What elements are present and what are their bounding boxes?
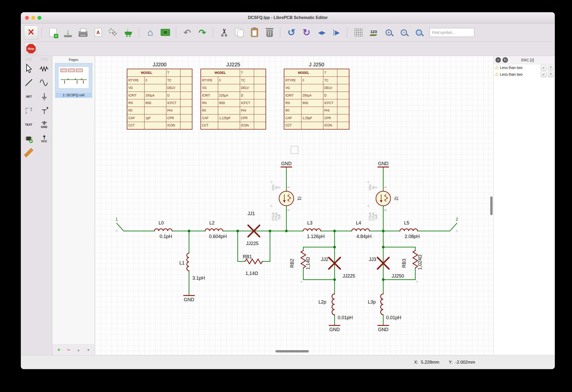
component-value-label[interactable]: 0.01pH <box>386 315 401 320</box>
component-i1[interactable]: GND I1 1 2 100n 5p 0 275µA 275µA 0µA <box>272 161 302 221</box>
add-resistor-button[interactable] <box>38 62 51 75</box>
component-value-label[interactable]: 1,024Ω <box>417 255 423 270</box>
page-item-label[interactable]: 1: DCSFQ cell <box>55 92 92 98</box>
gnd-symbol-l3p[interactable]: GND <box>378 325 389 332</box>
zoom-window-button[interactable] <box>37 16 41 20</box>
order-pcb-button[interactable]: ↓ <box>121 25 135 40</box>
component-value-label[interactable]: 1.126pH <box>307 234 325 239</box>
mirror-button[interactable]: ◀▶ <box>315 25 329 40</box>
component-name-label[interactable]: L3p <box>368 299 376 305</box>
jj-model-table[interactable]: J J250 MODEL T RTYPE0TC VGDELV ICRIT250µ… <box>284 62 349 130</box>
erc-warning-row[interactable]: ⚠ Less than two ✓ ? <box>494 64 555 71</box>
component-l3[interactable]: L3 1.126pH <box>303 220 325 239</box>
component-value-label[interactable]: 2.08pH <box>405 234 420 239</box>
component-name-label[interactable]: L0 <box>159 220 164 226</box>
gnd-symbol-l2p[interactable]: GND <box>329 325 340 332</box>
component-i2[interactable]: GND I2 1 2 100n 5p 0 175µA 175µA 0µA <box>368 161 399 221</box>
undo-button[interactable]: ↶ <box>180 25 194 40</box>
add-vcc-symbol-button[interactable]: VCC <box>38 132 51 145</box>
draw-line-tool-button[interactable] <box>22 76 35 89</box>
redo-button[interactable]: ↷ <box>195 25 209 40</box>
erc-warning-row[interactable]: ⚠ Less than two ✓ ? <box>494 71 555 78</box>
component-name-label[interactable]: L1 <box>179 260 185 266</box>
component-value-label[interactable]: JJ225 <box>246 241 259 246</box>
component-l1[interactable]: L1 3.1pH <box>179 253 205 281</box>
polygon-tool-button[interactable] <box>22 104 35 117</box>
component-rb3[interactable]: RB3 1,024Ω <box>401 250 423 270</box>
gnd-symbol-l1[interactable]: GND <box>183 295 195 302</box>
zoom-fit-button[interactable] <box>412 25 426 40</box>
horizontal-scrollbar[interactable] <box>275 350 309 352</box>
remove-page-button[interactable]: − <box>66 347 72 353</box>
component-name-label[interactable]: JJ2 <box>321 257 328 262</box>
abort-command-button[interactable]: Stop <box>25 43 37 54</box>
title-bar[interactable]: DCSFQ.lpp - LibrePCB Schematic Editor <box>21 12 555 23</box>
board-editor-button[interactable] <box>158 25 172 40</box>
component-l0[interactable]: L0 0.1pH <box>154 220 172 239</box>
component-value-label[interactable]: 3.1pH <box>192 275 205 281</box>
close-window-button[interactable] <box>25 16 29 20</box>
erc-close-button[interactable]: × <box>495 57 501 63</box>
pin-lead[interactable] <box>450 223 457 231</box>
component-name-label[interactable]: L5 <box>404 220 409 226</box>
control-panel-button[interactable]: ⌂ <box>143 25 157 40</box>
add-component-button[interactable] <box>22 132 35 145</box>
component-name-label[interactable]: L2p <box>318 299 326 305</box>
flip-button[interactable]: ▶ <box>330 25 344 40</box>
component-l2p[interactable]: L2p 0.01pH <box>318 294 353 320</box>
toolbar-grip[interactable] <box>41 58 48 60</box>
component-value-label[interactable]: 4.84pH <box>356 234 372 239</box>
component-rb1[interactable]: RB1 1,14Ω <box>243 254 262 276</box>
toolbar-grip[interactable] <box>25 58 32 60</box>
rotate-ccw-button[interactable]: ↺ <box>284 25 298 40</box>
component-name-label[interactable]: JJ3 <box>369 257 376 262</box>
erc-rerun-button[interactable]: ↻ <box>502 57 508 63</box>
net-wires[interactable] <box>117 167 457 325</box>
add-page-button[interactable]: + <box>56 347 62 353</box>
component-jj2[interactable]: JJ2 JJ225 <box>321 257 355 279</box>
pin-1[interactable]: 1 <box>116 217 118 222</box>
paste-button[interactable] <box>247 25 261 40</box>
schematic-canvas[interactable]: JJ200 MODEL T RTYPE0TC VGDELV ICRIT200µA… <box>95 56 493 355</box>
copy-button[interactable] <box>232 25 246 40</box>
close-project-button[interactable]: × <box>24 25 38 40</box>
component-value-label[interactable]: 0.604pH <box>209 234 227 239</box>
measure-tool-button[interactable] <box>22 146 35 159</box>
pin-2[interactable]: 2 <box>456 217 458 222</box>
component-name-label[interactable]: RB3 <box>401 259 407 268</box>
add-supply-pin-button[interactable] <box>38 104 51 117</box>
erc-approve-button[interactable]: ✓ <box>541 65 546 70</box>
move-page-down-button[interactable]: ▼ <box>85 347 91 353</box>
component-name-label[interactable]: L3 <box>307 220 312 226</box>
component-jj1[interactable]: JJ1 JJ225 <box>246 211 260 246</box>
find-symbol-input[interactable] <box>430 28 474 37</box>
pin-lead[interactable] <box>117 223 124 231</box>
grid-settings-button[interactable] <box>351 25 366 40</box>
text-tool-button[interactable]: TEXT <box>22 118 35 131</box>
save-button[interactable]: ↓ <box>61 25 75 40</box>
erc-help-button[interactable]: ? <box>548 72 554 77</box>
component-value-label[interactable]: JJ250 <box>392 273 404 279</box>
add-source-button[interactable] <box>38 76 51 89</box>
component-jj3[interactable]: JJ3 JJ250 <box>369 257 404 279</box>
add-gnd-symbol-button[interactable]: GND <box>38 118 51 131</box>
erc-approve-button[interactable]: ✓ <box>541 72 546 77</box>
component-l4[interactable]: L4 4.84pH <box>352 220 372 239</box>
component-value-label[interactable]: 1,14Ω <box>305 257 311 270</box>
select-tool-button[interactable] <box>22 62 35 75</box>
component-l2[interactable]: L2 0.604pH <box>205 220 227 239</box>
component-rb2[interactable]: RB2 1,14Ω <box>290 250 311 269</box>
jj-model-table[interactable]: JJ225 MODEL T RTYPE0TC VGDELV ICRIT225µA… <box>200 62 266 130</box>
new-sheet-button[interactable]: + <box>46 25 60 40</box>
component-l5[interactable]: L5 2.08pH <box>400 220 420 239</box>
component-name-label[interactable]: RB2 <box>290 259 295 268</box>
print-button[interactable] <box>76 25 90 40</box>
delete-button[interactable] <box>262 25 276 40</box>
move-page-up-button[interactable]: ▲ <box>76 347 81 353</box>
add-ground-pin-button[interactable] <box>38 90 51 103</box>
component-name-label[interactable]: RB1 <box>243 254 252 259</box>
cut-button[interactable] <box>217 25 231 40</box>
component-name-label[interactable]: I1 <box>297 196 302 200</box>
page-thumbnail[interactable]: ××× <box>55 63 92 92</box>
component-name-label[interactable]: JJ1 <box>248 211 255 216</box>
